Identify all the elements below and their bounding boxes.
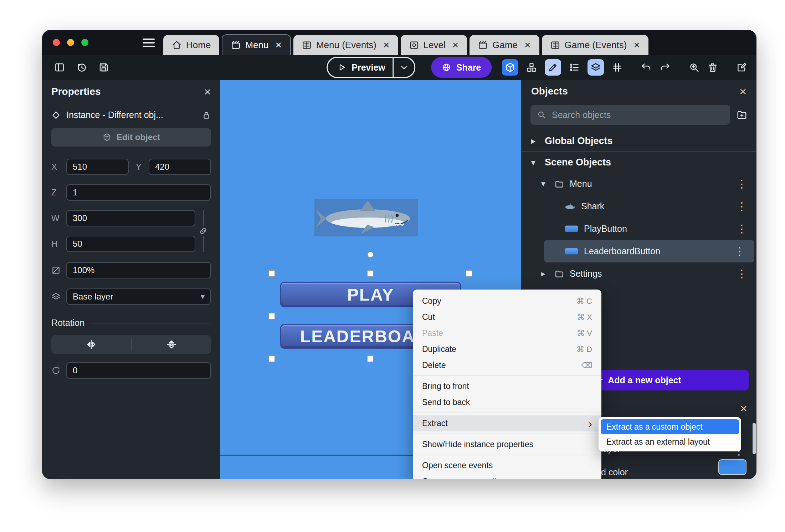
redo-icon[interactable] xyxy=(660,62,670,73)
layer-select[interactable]: Base layer ▾ xyxy=(66,288,211,305)
objects-group-icon[interactable] xyxy=(526,62,537,73)
instances-list-icon[interactable] xyxy=(569,62,580,73)
kebab-menu-icon[interactable]: ⋮ xyxy=(737,268,756,279)
save-icon[interactable] xyxy=(98,62,109,73)
tab-level[interactable]: Level × xyxy=(401,35,467,55)
submenu-item-extract-custom-object[interactable]: Extract as a custom object xyxy=(601,419,739,434)
add-new-object-label: Add a new object xyxy=(608,375,681,385)
selection-handle[interactable] xyxy=(268,355,275,362)
zoom-icon[interactable] xyxy=(689,62,699,73)
preview-label: Preview xyxy=(352,62,385,73)
global-objects-row[interactable]: ▸ Global Objects xyxy=(521,131,756,151)
scrollbar-thumb[interactable] xyxy=(753,423,756,454)
tab-close-icon[interactable]: × xyxy=(383,40,390,50)
selection-handle[interactable] xyxy=(367,355,374,362)
submenu-item-extract-external-layout[interactable]: Extract as an external layout xyxy=(601,434,739,449)
link-dimensions-control[interactable] xyxy=(195,210,211,252)
chevron-down-icon: ▾ xyxy=(201,292,205,301)
zoom-window-button[interactable] xyxy=(81,39,88,46)
kebab-menu-icon[interactable]: ⋮ xyxy=(734,246,754,257)
tree-row-label: Shark xyxy=(581,201,604,211)
height-input[interactable] xyxy=(66,236,195,252)
scene-objects-row[interactable]: ▾ Scene Objects xyxy=(521,152,756,173)
edit-mode-toggle[interactable] xyxy=(545,59,561,76)
menu-item-bring-to-front[interactable]: Bring to front xyxy=(413,378,601,394)
kebab-menu-icon[interactable]: ⋮ xyxy=(737,201,756,212)
tab-close-icon[interactable]: × xyxy=(275,40,282,50)
y-input[interactable] xyxy=(149,159,211,175)
preview-options-button[interactable] xyxy=(394,63,414,72)
shark-sprite[interactable] xyxy=(314,199,418,236)
lock-icon[interactable] xyxy=(202,111,211,120)
x-input[interactable] xyxy=(66,159,129,175)
events-icon xyxy=(302,40,312,50)
menu-item-delete[interactable]: Delete ⌫ xyxy=(413,357,601,373)
pencil-icon xyxy=(548,62,558,73)
tab-close-icon[interactable]: × xyxy=(524,40,531,50)
history-icon[interactable] xyxy=(76,62,87,73)
tab-game-events[interactable]: Game (Events) × xyxy=(542,35,648,55)
menu-item-duplicate[interactable]: Duplicate ⌘ D xyxy=(413,341,601,357)
close-objects-icon[interactable]: × xyxy=(739,85,746,97)
selection-handle[interactable] xyxy=(268,270,275,277)
tree-row-playbutton[interactable]: PlayButton ⋮ xyxy=(521,218,756,240)
tab-close-icon[interactable]: × xyxy=(633,40,640,50)
close-subpanel-icon[interactable]: × xyxy=(740,402,747,414)
minimize-window-button[interactable] xyxy=(67,39,74,46)
app-window: Home Menu × Menu (Events) × Level × Game… xyxy=(42,30,756,479)
tab-game[interactable]: Game × xyxy=(470,35,539,55)
menu-item-show-hide-instance-properties[interactable]: Show/Hide instance properties xyxy=(413,436,601,452)
flip-vertical-button[interactable] xyxy=(132,335,211,354)
selection-handle[interactable] xyxy=(367,270,374,277)
tree-row-leaderboardbutton[interactable]: LeaderboardButton ⋮ xyxy=(544,240,754,262)
trash-icon[interactable] xyxy=(707,62,718,73)
layers-icon xyxy=(51,292,61,301)
layers-panel-toggle[interactable] xyxy=(588,59,604,76)
close-window-button[interactable] xyxy=(53,39,60,46)
tree-row-menu-folder[interactable]: ▾ Menu ⋮ xyxy=(521,173,756,195)
menu-item-extract[interactable]: Extract › xyxy=(413,415,601,431)
tab-label: Menu (Events) xyxy=(316,40,376,51)
opacity-icon-wrap xyxy=(51,266,61,275)
share-button[interactable]: Share xyxy=(431,57,492,78)
main-menu-icon[interactable] xyxy=(143,39,155,47)
rotation-input[interactable] xyxy=(66,362,211,379)
close-properties-icon[interactable]: × xyxy=(204,86,211,98)
flip-horizontal-button[interactable] xyxy=(51,335,131,354)
kebab-menu-icon[interactable]: ⋮ xyxy=(737,179,756,189)
color-swatch[interactable] xyxy=(718,459,746,475)
rotation-handle[interactable] xyxy=(368,252,374,258)
tab-close-icon[interactable]: × xyxy=(452,40,459,50)
tab-home[interactable]: Home xyxy=(163,35,219,55)
scene-objects-label: Scene Objects xyxy=(545,157,611,168)
tab-menu-events[interactable]: Menu (Events) × xyxy=(293,35,398,55)
menu-item-copy[interactable]: Copy ⌘ C xyxy=(413,293,601,309)
tab-bar: Home Menu × Menu (Events) × Level × Game… xyxy=(42,30,756,55)
grid-icon[interactable] xyxy=(612,62,622,73)
tab-menu[interactable]: Menu × xyxy=(222,34,291,55)
width-input[interactable] xyxy=(66,210,195,226)
3d-view-toggle[interactable] xyxy=(502,59,518,76)
tree-row-settings-folder[interactable]: ▸ Settings ⋮ xyxy=(521,262,756,285)
z-input[interactable] xyxy=(66,184,211,201)
panels-layout-icon[interactable] xyxy=(54,62,65,73)
extract-submenu: Extract as a custom object Extract as an… xyxy=(599,417,741,451)
selection-handle[interactable] xyxy=(466,270,472,277)
search-box[interactable] xyxy=(530,105,730,125)
menu-item-cut[interactable]: Cut ⌘ X xyxy=(413,309,601,325)
editor-tabs: Home Menu × Menu (Events) × Level × Game… xyxy=(163,34,648,55)
search-input[interactable] xyxy=(551,109,724,121)
selection-handle[interactable] xyxy=(268,313,275,319)
undo-icon[interactable] xyxy=(641,62,652,73)
menu-item-open-scene-properties[interactable]: Open scene properties xyxy=(413,474,601,479)
edit-scene-icon[interactable] xyxy=(737,62,747,73)
scene-icon xyxy=(478,40,488,50)
menu-item-send-to-back[interactable]: Send to back xyxy=(413,394,601,410)
menu-item-open-scene-events[interactable]: Open scene events xyxy=(413,457,601,474)
tree-row-shark[interactable]: Shark ⋮ xyxy=(521,195,756,218)
preview-button[interactable]: Preview xyxy=(328,62,392,73)
kebab-menu-icon[interactable]: ⋮ xyxy=(737,224,756,234)
opacity-input[interactable] xyxy=(66,262,211,278)
edit-object-button[interactable]: Edit object xyxy=(51,128,211,147)
add-folder-icon[interactable] xyxy=(737,109,747,120)
